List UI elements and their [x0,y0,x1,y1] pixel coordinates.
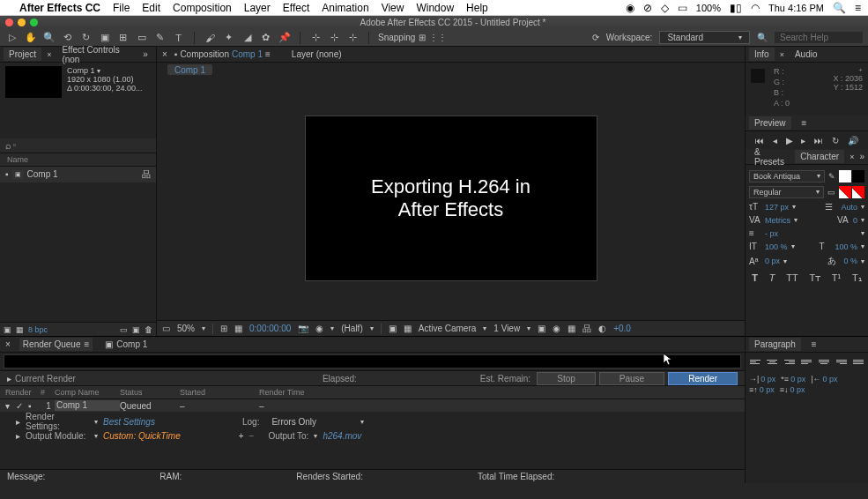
superscript-button[interactable]: T¹ [832,272,841,284]
justify-left-icon[interactable] [801,360,812,369]
timeline-icon[interactable]: ▦ [568,324,575,333]
axis-tool2-icon[interactable]: ⊹ [328,31,341,44]
menu-window[interactable]: Window [416,2,454,14]
project-search-icon[interactable]: ⌕ [5,140,11,151]
footer-interpret-icon[interactable]: ▣ [4,325,11,334]
output-to-link[interactable]: h264.mov [323,431,361,441]
transparency-icon[interactable]: ▦ [404,324,412,333]
brush-tool-icon[interactable]: 🖌 [204,31,217,44]
grid-icon[interactable]: ▦ [234,324,242,333]
fill-stroke-swatches[interactable] [839,170,864,182]
panel-menu-icon[interactable]: ≡ [802,118,807,128]
menubar-dropbox-icon[interactable]: ◇ [661,2,669,14]
tab-layer-viewer[interactable]: Layer (none) [292,49,342,59]
menu-effect[interactable]: Effect [283,2,309,14]
trash-icon[interactable]: 🗑 [145,325,152,334]
render-checkbox[interactable]: ✓ [16,401,28,411]
menu-help[interactable]: Help [466,2,488,14]
project-panel-tabs[interactable]: Project × Effect Controls (non » [0,47,156,63]
render-settings-link[interactable]: Best Settings [103,417,155,427]
close-icon[interactable]: × [5,339,11,349]
clock[interactable]: Thu 4:16 PM [768,3,824,13]
tab-audio[interactable]: Audio [790,48,823,61]
new-folder-icon[interactable]: ▭ [120,325,128,334]
pixel-aspect-icon[interactable]: ▣ [538,324,545,333]
chevron-down-icon[interactable]: ▾ [202,324,205,332]
close-panel-icon[interactable]: × [162,49,167,59]
close-icon[interactable]: × [780,50,784,59]
notification-center-icon[interactable]: ≡ [855,2,861,14]
snapping-toggle[interactable]: Snapping ⊞ ⋮⋮ [378,33,447,42]
panel-menu-icon[interactable]: ≡ [84,339,89,349]
next-frame-icon[interactable]: ▸ [801,136,805,145]
roi-icon[interactable]: ▣ [389,324,397,333]
allcaps-button[interactable]: TT [786,272,798,284]
minimize-window-icon[interactable] [18,19,26,26]
composition-viewer[interactable]: Exporting H.264 in After Effects [157,77,745,320]
puppet-tool-icon[interactable]: 📌 [278,31,291,44]
zoom-value[interactable]: 50% [177,324,195,333]
overflow-icon[interactable]: » [859,152,864,161]
flowchart-icon[interactable]: 品 [142,168,151,181]
bpc-button[interactable]: 8 bpc [28,325,48,334]
resolution-icon[interactable]: ⊞ [220,324,227,333]
indent-left-value[interactable]: 0 px [760,375,775,384]
remove-output-icon[interactable]: − [249,431,255,441]
fast-preview-icon[interactable]: ◉ [553,324,560,333]
bold-button[interactable]: T [752,272,758,284]
panel-menu-icon[interactable]: ≡ [265,49,271,59]
roto-tool-icon[interactable]: ✿ [259,31,272,44]
vscale-value[interactable]: 100 % [765,242,788,251]
pen-tool-icon[interactable]: ✎ [153,31,167,44]
hscale-value[interactable]: 100 % [835,242,857,251]
tab-timeline-comp1[interactable]: ▣ Comp 1 [101,338,151,351]
align-right-icon[interactable] [784,360,795,369]
subscript-button[interactable]: T₁ [852,272,862,284]
panel-menu-icon[interactable]: » [143,49,152,60]
new-comp-icon[interactable]: ▣ [132,325,140,334]
indent-right-value[interactable]: 0 px [822,375,837,384]
eyedropper-icon[interactable]: ✎ [828,172,835,181]
baseline-value[interactable]: 0 px [765,257,780,265]
justify-right-icon[interactable] [836,360,847,369]
tab-render-queue[interactable]: Render Queue ≡ [19,338,93,351]
stroke-width-value[interactable]: - px [765,229,778,238]
stop-button[interactable]: Stop [537,372,596,385]
spotlight-icon[interactable]: 🔍 [833,2,846,14]
space-after-value[interactable]: 0 px [790,385,805,394]
tracking-value[interactable]: 0 [853,216,857,225]
folder-toggle-icon[interactable]: ▪ [5,169,9,179]
timecode[interactable]: 0:00:00:00 [249,324,291,333]
align-left-icon[interactable] [750,360,760,369]
axis-tool-icon[interactable]: ⊹ [309,31,323,44]
tab-preview[interactable]: Preview [749,116,791,130]
close-icon[interactable]: × [849,153,854,161]
align-center-icon[interactable] [767,360,777,369]
hand-tool-icon[interactable]: ✋ [24,31,37,44]
leading-value[interactable]: Auto [841,203,857,212]
add-output-icon[interactable]: + [239,431,244,441]
tab-paragraph[interactable]: Paragraph [749,338,801,351]
traffic-lights[interactable] [5,19,38,26]
snapping-icon[interactable]: ⊞ [419,33,426,42]
comp-thumbnail[interactable] [5,66,62,98]
view-count-dropdown[interactable]: 1 View [493,324,520,333]
log-dropdown[interactable]: Errors Only [271,417,316,427]
no-fill-icon[interactable]: ▭ [827,188,835,197]
last-frame-icon[interactable]: ⏭ [814,136,823,145]
indent-first-value[interactable]: 0 px [790,375,805,384]
menu-composition[interactable]: Composition [173,2,232,14]
clone-tool-icon[interactable]: ✦ [222,31,235,44]
font-family-dropdown[interactable]: Book Antiqua▾ [749,170,825,182]
prev-frame-icon[interactable]: ◂ [773,136,777,145]
type-tool-icon[interactable]: T [172,31,185,44]
mute-icon[interactable]: 🔊 [848,136,858,145]
play-icon[interactable]: ▶ [786,136,793,145]
tab-project[interactable]: Project [4,48,41,61]
menu-view[interactable]: View [382,2,404,14]
comp-sub-tab[interactable]: Comp 1 [167,64,212,75]
chevron-down-icon[interactable]: ▫ [13,141,16,149]
battery-icon[interactable]: ▮▯ [730,2,742,14]
italic-button[interactable]: T [769,272,775,284]
mac-menubar[interactable]: After Effects CC File Edit Composition L… [0,0,868,16]
